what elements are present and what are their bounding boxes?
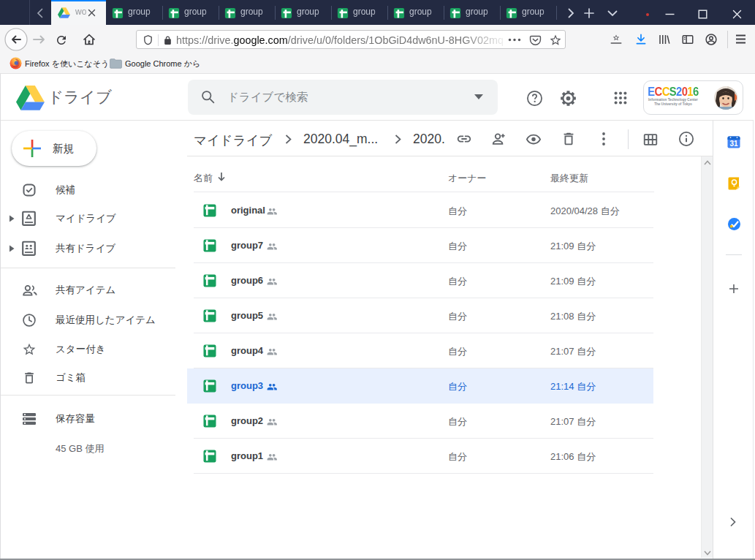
home-icon[interactable] — [83, 33, 96, 46]
scroll-down-icon[interactable] — [704, 550, 711, 556]
sidebar-item-shared-with-me[interactable]: 共有アイテム — [0, 276, 175, 304]
column-header-name[interactable]: 名前 — [194, 172, 213, 185]
tab-group[interactable]: group — [162, 0, 219, 25]
downloads-icon[interactable] — [634, 33, 648, 46]
tab-group[interactable]: group — [106, 0, 162, 25]
expand-caret-icon[interactable] — [9, 245, 15, 252]
google-sheets-file-icon — [203, 450, 216, 463]
help-icon[interactable] — [526, 90, 543, 107]
library-icon[interactable] — [658, 33, 671, 46]
info-icon[interactable] — [678, 131, 694, 147]
recent-icon — [22, 313, 37, 328]
tab-group[interactable]: group — [500, 0, 556, 25]
menu-icon[interactable] — [735, 34, 746, 44]
google-tasks-icon[interactable] — [728, 218, 740, 230]
window-close-icon[interactable] — [732, 10, 742, 19]
tab-group[interactable]: group — [387, 0, 444, 25]
sidebar-item-storage[interactable]: 保存容量 — [0, 404, 175, 433]
add-addon-icon[interactable] — [729, 284, 739, 294]
window-minimize-icon[interactable] — [664, 10, 675, 19]
file-row[interactable]: group1 自分 21:06 自分 — [187, 439, 653, 474]
sidebar-item-label: 最近使用したアイテム — [56, 314, 156, 327]
bookmarks-menu-icon[interactable] — [610, 33, 623, 46]
grid-view-icon[interactable] — [642, 132, 659, 148]
file-name: group4 — [231, 345, 263, 356]
google-drive-logo[interactable] — [16, 86, 45, 110]
forward-button[interactable] — [33, 34, 45, 45]
google-calendar-icon[interactable]: 31 — [727, 135, 740, 148]
more-actions-icon[interactable] — [598, 132, 610, 146]
file-modified: 21:14 自分 — [550, 380, 596, 393]
breadcrumb-my-drive[interactable]: マイドライブ — [194, 132, 272, 149]
pocket-icon[interactable] — [529, 34, 542, 47]
settings-gear-icon[interactable] — [560, 90, 577, 107]
scroll-tabs-left-icon[interactable] — [35, 7, 45, 19]
scroll-tabs-right-icon[interactable] — [566, 8, 575, 18]
sidebar-item-trash[interactable]: ゴミ箱 — [0, 364, 175, 393]
file-owner: 自分 — [448, 345, 467, 358]
sort-descending-icon[interactable] — [217, 172, 226, 181]
new-button[interactable]: 新規 — [12, 131, 96, 166]
priority-icon — [22, 183, 37, 197]
breadcrumb-folder[interactable]: 2020.04_m... — [303, 132, 378, 147]
new-tab-icon[interactable] — [584, 8, 594, 18]
close-tab-icon[interactable] — [88, 9, 96, 17]
bookmark-item[interactable]: Firefox を使いこなそう — [25, 58, 109, 69]
google-keep-icon[interactable] — [728, 177, 740, 190]
tab-group[interactable]: group — [219, 0, 275, 25]
file-row[interactable]: group6 自分 21:09 自分 — [187, 263, 653, 298]
tab-group[interactable]: group — [275, 0, 331, 25]
bookmark-star-icon[interactable] — [549, 34, 562, 47]
google-apps-icon[interactable] — [612, 90, 629, 106]
delete-icon[interactable] — [561, 131, 577, 147]
file-row[interactable]: group5 自分 21:08 自分 — [187, 298, 653, 333]
file-row[interactable]: group2 自分 21:07 自分 — [187, 404, 653, 439]
expand-caret-icon[interactable] — [9, 215, 15, 222]
account-card[interactable]: ECCS2016 Information Technology Center T… — [643, 80, 743, 115]
scroll-up-icon[interactable] — [704, 160, 711, 165]
search-icon[interactable] — [200, 89, 216, 105]
shield-icon[interactable] — [143, 34, 153, 46]
list-all-tabs-icon[interactable] — [607, 10, 618, 17]
url-bar[interactable]: https://drive.google.com/drive/u/0/folde… — [136, 30, 566, 49]
file-row[interactable]: original 自分 2020/04/28 自分 — [187, 193, 653, 228]
sidebar-item-shared-drives[interactable]: 共有ドライブ — [0, 234, 175, 262]
tab-group[interactable]: group — [331, 0, 387, 25]
share-add-person-icon[interactable] — [490, 131, 507, 147]
list-scrollbar[interactable] — [701, 156, 713, 558]
tab-group[interactable]: group — [444, 0, 500, 25]
sidebar-item-starred[interactable]: スター付き — [0, 335, 175, 363]
window-maximize-icon[interactable] — [698, 10, 707, 19]
bookmark-item[interactable]: Google Chrome から — [125, 58, 200, 69]
hide-side-panel-icon[interactable] — [730, 518, 736, 526]
sidebar-item-my-drive[interactable]: マイドライブ — [0, 205, 175, 233]
bookmarks-bar: Firefox を使いこなそう Google Chrome から — [0, 53, 755, 74]
reload-icon[interactable] — [55, 34, 68, 47]
file-row[interactable]: group7 自分 21:09 自分 — [187, 228, 653, 263]
preview-eye-icon[interactable] — [526, 132, 542, 148]
breadcrumb-subfolder[interactable]: 2020. — [413, 132, 445, 147]
google-sheets-favicon — [337, 7, 349, 19]
sidebar-item-priority[interactable]: 候補 — [0, 175, 175, 204]
recording-indicator-dot — [646, 13, 649, 16]
tab-active[interactable]: wo — [51, 0, 106, 25]
search-box[interactable]: ドライブで検索 — [188, 80, 498, 115]
file-owner: 自分 — [448, 415, 467, 428]
file-name: group7 — [231, 240, 263, 251]
sidebar-toggle-icon[interactable] — [681, 33, 694, 46]
sidebar-item-recent[interactable]: 最近使用したアイテム — [0, 306, 175, 334]
search-options-caret-icon[interactable] — [474, 94, 483, 100]
back-button[interactable] — [4, 28, 28, 51]
avatar[interactable] — [710, 82, 742, 114]
page-actions-icon[interactable] — [508, 38, 521, 42]
get-link-icon[interactable] — [456, 131, 472, 147]
file-row[interactable]: group4 自分 21:07 自分 — [187, 333, 653, 368]
file-row-selected[interactable]: group3 自分 21:14 自分 — [187, 368, 653, 404]
column-header-owner[interactable]: オーナー — [448, 172, 487, 185]
breadcrumb-chevron-icon — [285, 135, 292, 144]
account-icon[interactable] — [705, 33, 718, 46]
file-name: group5 — [231, 310, 263, 321]
column-header-modified[interactable]: 最終更新 — [550, 172, 588, 185]
window-left-border — [0, 74, 1, 559]
google-sheets-file-icon — [203, 239, 216, 252]
